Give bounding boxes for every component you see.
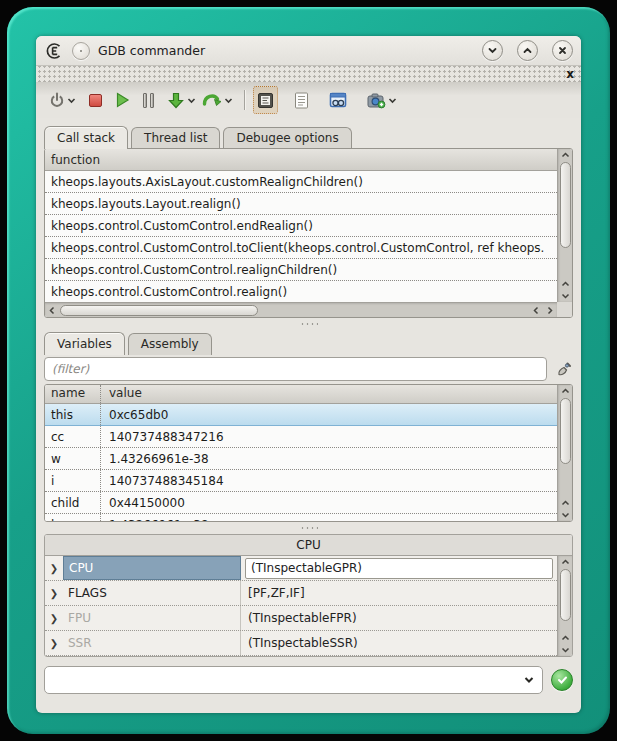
watches-icon — [329, 92, 347, 109]
filter-input[interactable] — [44, 357, 547, 381]
tab-debugee-options[interactable]: Debugee options — [223, 127, 351, 149]
callstack-row[interactable]: kheops.layouts.Layout.realign() — [45, 193, 557, 215]
pause-button[interactable] — [140, 87, 157, 113]
cpu-row[interactable]: ❯ SSR (TInspectableSSR) — [45, 631, 557, 656]
shade-down-button[interactable] — [482, 40, 503, 61]
step-over-dropdown-icon[interactable] — [224, 96, 233, 105]
scroll-down-arrow[interactable] — [559, 290, 572, 302]
combobox-dropdown-icon[interactable] — [516, 675, 542, 685]
power-dropdown-icon[interactable] — [67, 96, 76, 105]
callstack-panel: function kheops.layouts.AxisLayout.custo… — [44, 148, 573, 318]
clear-filter-button[interactable] — [553, 358, 573, 380]
scroll-up-arrow[interactable] — [559, 278, 572, 290]
scroll-thumb[interactable] — [560, 398, 571, 464]
cpu-row[interactable]: ❯ FPU (TInspectableFPR) — [45, 606, 557, 631]
scroll-right-arrow[interactable] — [543, 304, 557, 317]
scroll-thumb[interactable] — [60, 305, 258, 316]
stop-icon — [89, 94, 102, 107]
variables-header: name value — [45, 385, 557, 404]
scroll-thumb[interactable] — [560, 162, 571, 248]
column-header-name[interactable]: name — [45, 385, 101, 403]
gdb-command-combobox[interactable] — [44, 666, 543, 694]
panel-splitter[interactable] — [36, 522, 581, 534]
scroll-up-arrow[interactable] — [559, 385, 572, 397]
memory-view-button[interactable] — [254, 87, 277, 113]
tab-thread-list[interactable]: Thread list — [131, 127, 220, 149]
scroll-down-arrow[interactable] — [559, 644, 572, 656]
watches-button[interactable] — [326, 87, 350, 113]
titlebar[interactable]: GDB commander — [36, 36, 581, 66]
scroll-up-arrow[interactable] — [559, 556, 572, 568]
cpu-register-tree: ❯ CPU (TInspectableGPR) ❯ FLAGS [PF,ZF,I… — [45, 556, 557, 656]
step-over-button[interactable] — [199, 87, 236, 113]
scroll-down-arrow[interactable] — [559, 509, 572, 521]
scroll-thumb[interactable] — [560, 569, 571, 621]
power-button[interactable] — [46, 87, 79, 113]
dock-drag-handle[interactable]: x — [36, 66, 581, 82]
toolbar-separator — [244, 90, 246, 110]
snapshot-add-icon — [367, 92, 386, 109]
callstack-row[interactable]: kheops.control.CustomControl.endRealign(… — [45, 215, 557, 237]
scroll-up-arrow[interactable] — [559, 149, 572, 161]
callstack-row[interactable]: kheops.control.CustomControl.realign() — [45, 281, 557, 302]
tab-variables[interactable]: Variables — [44, 332, 125, 355]
disassembly-button[interactable] — [291, 87, 312, 113]
run-icon — [115, 92, 130, 108]
step-into-dropdown-icon[interactable] — [187, 96, 196, 105]
app-logo-icon — [44, 41, 64, 61]
variable-row[interactable]: this 0xc65db0 — [45, 404, 557, 426]
scroll-left-arrow[interactable] — [45, 304, 59, 317]
callstack-row[interactable]: kheops.control.CustomControl.toClient(kh… — [45, 237, 557, 259]
column-header-value[interactable]: value — [101, 385, 557, 403]
cpu-row[interactable]: ❯ FLAGS [PF,ZF,IF] — [45, 581, 557, 606]
memory-view-icon — [257, 92, 274, 109]
callstack-hscrollbar[interactable] — [45, 302, 557, 317]
variable-row[interactable]: child 0x44150000 — [45, 492, 557, 514]
step-into-icon — [167, 92, 185, 109]
variables-table: name value this 0xc65db0 cc 140737488347… — [45, 385, 557, 521]
register-value-edit[interactable]: (TInspectableGPR) — [245, 558, 553, 579]
run-button[interactable] — [112, 87, 133, 113]
panel-splitter[interactable] — [36, 318, 581, 330]
shade-up-button[interactable] — [517, 40, 538, 61]
variable-row[interactable]: cc 140737488347216 — [45, 426, 557, 448]
scroll-up-arrow[interactable] — [559, 497, 572, 509]
close-window-button[interactable] — [552, 40, 573, 61]
splitter-grip-icon — [300, 526, 318, 530]
expand-arrow-icon[interactable]: ❯ — [45, 556, 63, 580]
dot-icon — [80, 50, 82, 52]
callstack-column-header[interactable]: function — [45, 149, 557, 171]
cpu-group-title: CPU — [45, 535, 572, 556]
chevron-down-icon — [487, 45, 498, 56]
expand-arrow-icon[interactable]: ❯ — [45, 606, 63, 630]
snapshot-add-button[interactable] — [364, 87, 400, 113]
step-over-icon — [202, 92, 222, 108]
cpu-row[interactable]: ❯ CPU (TInspectableGPR) — [45, 556, 557, 581]
scroll-up-arrow[interactable] — [559, 632, 572, 644]
expand-arrow-icon[interactable]: ❯ — [45, 581, 63, 605]
variable-row[interactable]: w 1.43266961e-38 — [45, 448, 557, 470]
callstack-row[interactable]: kheops.control.CustomControl.realignChil… — [45, 259, 557, 281]
cpu-vscrollbar[interactable] — [557, 556, 572, 656]
cpu-groupbox: CPU ❯ CPU (TInspectableGPR) ❯ FLAGS [PF,… — [44, 534, 573, 657]
titlebar-menu-button[interactable] — [72, 42, 90, 60]
window-title: GDB commander — [98, 43, 468, 58]
callstack-tabbar: Call stack Thread list Debugee options — [36, 125, 581, 148]
callstack-vscrollbar[interactable] — [557, 149, 572, 302]
send-command-button[interactable] — [551, 669, 573, 691]
step-into-button[interactable] — [164, 87, 199, 113]
tab-call-stack[interactable]: Call stack — [44, 126, 128, 149]
splitter-grip-icon — [300, 322, 318, 326]
dock-close-button[interactable]: x — [563, 66, 577, 81]
expand-arrow-icon[interactable]: ❯ — [45, 631, 63, 655]
variables-vscrollbar[interactable] — [557, 385, 572, 521]
callstack-row[interactable]: kheops.layouts.AxisLayout.customRealignC… — [45, 171, 557, 193]
variable-row[interactable]: i 140737488345184 — [45, 470, 557, 492]
variable-row[interactable]: h 1.43266961e-38 — [45, 514, 557, 521]
snapshot-dropdown-icon[interactable] — [388, 96, 397, 105]
scroll-left-arrow[interactable] — [529, 304, 543, 317]
tab-assembly[interactable]: Assembly — [128, 333, 212, 355]
inspector-tabbar: Variables Assembly — [36, 332, 581, 354]
stop-button[interactable] — [86, 87, 105, 113]
chevron-up-icon — [522, 45, 533, 56]
